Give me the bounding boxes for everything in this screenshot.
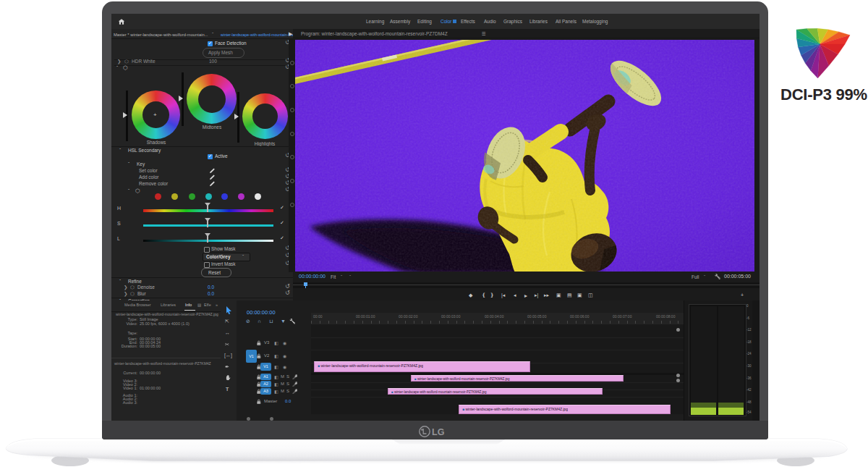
svg-text:LG: LG	[432, 427, 444, 437]
